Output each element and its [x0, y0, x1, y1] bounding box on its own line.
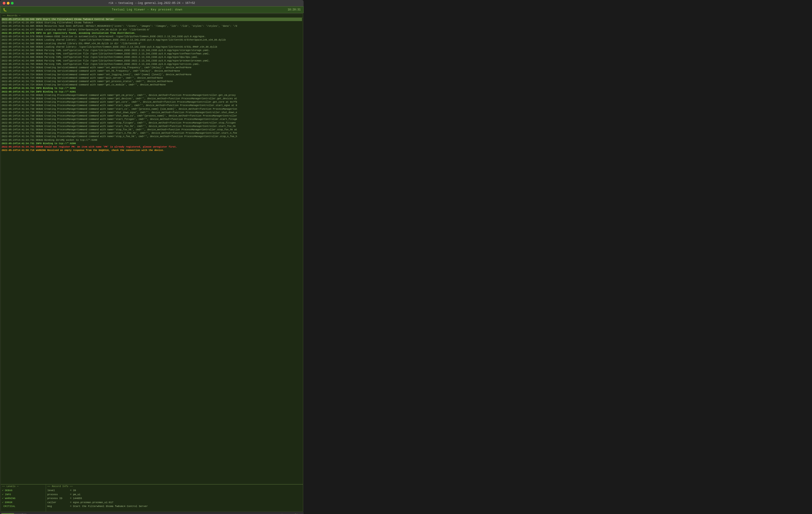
record-info-row: msg= Start the Filterwheel Eksma fw8smc4…	[47, 505, 301, 509]
ri-val: = Start the Filterwheel Eksma fw8smc4 Co…	[70, 505, 148, 509]
log-line[interactable]: 2022-05-24T14:41:34.724 INFO Binding to …	[2, 87, 302, 90]
log-line[interactable]: 2022-05-24T14:41:34.578 DEBUG Common-EGS…	[2, 35, 302, 38]
record-info-row: caller= egse.procman.procman_ui:617	[47, 501, 301, 505]
log-line[interactable]: 2022-05-24T14:41:34.578 INFO no git repo…	[2, 31, 302, 35]
ri-val: = 20	[70, 489, 76, 493]
log-line[interactable]: 2022-05-24T14:41:34.585 DEBUG Locating s…	[2, 42, 302, 45]
title-bar: rik — textualog --log general.log.2022-0…	[0, 0, 303, 6]
level-name: ERROR	[5, 501, 12, 505]
log-line[interactable]: 2022-05-24T14:41:34.608 DEBUG Parsing YA…	[2, 56, 302, 59]
levels-panel: ── Levels ─ ✓DEBUG✓INFO✓WARNING✓ERROR CR…	[1, 485, 46, 512]
ri-val: = 144655	[70, 496, 82, 501]
ri-key: process ID	[47, 496, 70, 501]
level-name: CRITICAL	[3, 505, 16, 509]
log-line[interactable]: 2022-05-24T14:41:34.592 DEBUG Parsing YA…	[2, 49, 302, 52]
log-line[interactable]: 2022-05-24T14:41:34.731 DEBUG Creating P…	[2, 125, 302, 128]
ri-key: caller	[47, 501, 70, 505]
log-line[interactable]: 2022-05-24T14:41:34.730 DEBUG Creating P…	[2, 104, 302, 107]
quit-button[interactable]: Q Quit	[1, 513, 14, 514]
status-left: Q Quit ? Help	[1, 513, 27, 514]
log-line[interactable]: 2022-05-24T14:41:34.730 DEBUG Creating P…	[2, 108, 302, 111]
log-line[interactable]: 2022-05-24T14:41:34.730 DEBUG Creating P…	[2, 101, 302, 104]
level-name: WARNING	[5, 496, 16, 501]
level-check: ✓	[2, 489, 4, 493]
levels-label: ── Levels ─	[2, 485, 45, 488]
level-item[interactable]: ✓WARNING	[2, 496, 45, 501]
level-check: ✓	[2, 501, 4, 505]
log-line[interactable]: 2022-05-24T14:41:34.731 INFO Binding to …	[2, 142, 302, 145]
log-line[interactable]: 2022-05-24T14:41:34.730 DEBUG Creating P…	[2, 118, 302, 121]
log-line[interactable]: 2022-05-24T14:41:34.731 DEBUG Creating P…	[2, 132, 302, 135]
record-info-row: process ID= 144655	[47, 496, 301, 501]
log-line[interactable]: 2022-05-24T14:41:34.724 DEBUG Creating S…	[2, 83, 302, 87]
log-line[interactable]: 2022-05-24T14:41:34.724 DEBUG Creating S…	[2, 76, 302, 80]
log-line[interactable]: 2022-05-24T14:41:34.698 DEBUG Parsing YA…	[2, 59, 302, 62]
record-info-row: process= pm_ui	[47, 493, 301, 497]
bug-icon: 🐛	[3, 8, 7, 12]
log-line[interactable]: 2022-05-24T14:41:34.580 DEBUG Loading sh…	[2, 38, 302, 42]
header-bar: 🐛 Textual Log Viewer - Key pressed: down…	[0, 6, 303, 13]
close-button[interactable]	[3, 2, 5, 4]
ri-val: = pm_ui	[70, 493, 81, 497]
header-title: Textual Log Viewer - Key pressed: down	[112, 8, 183, 11]
level-check: ✓	[2, 493, 4, 497]
log-line[interactable]: 2022-05-24T14:41:34.600 DEBUG Parsing YA…	[2, 52, 302, 56]
ri-key: level	[47, 489, 70, 493]
level-item[interactable]: CRITICAL	[2, 505, 45, 509]
log-line[interactable]: 2022-05-24T14:41:33.985 DEBUG Resources …	[2, 25, 302, 28]
status-bar: Q Quit ? Help at 4318 in 37305 lines	[0, 512, 303, 514]
level-name: DEBUG	[5, 489, 12, 493]
title-bar-buttons	[3, 2, 13, 4]
log-line[interactable]: 2022-05-24T14:41:34.724 INFO Binding to …	[2, 90, 302, 94]
log-line[interactable]: 2022-05-24T14:41:58.718 WARNING Received…	[2, 149, 302, 152]
log-line[interactable]: 2022-05-24T14:41:34.730 DEBUG Creating P…	[2, 114, 302, 118]
log-line[interactable]: 2022-05-24T14:41:34.724 DEBUG Creating S…	[2, 69, 302, 73]
log-line[interactable]: 2022-05-24T14:41:34.724 DEBUG Creating S…	[2, 66, 302, 69]
records-label: ── Records ─	[1, 14, 303, 18]
ri-val: = egse.procman.procman_ui:617	[70, 501, 113, 505]
ri-key: msg	[47, 505, 70, 509]
log-line[interactable]: 2022-05-24T14:41:34.731 DEBUG Creating P…	[2, 135, 302, 138]
maximize-button[interactable]	[11, 2, 13, 4]
log-line[interactable]: 2022-05-24T14:41:34.731 DEBUG Creating P…	[2, 128, 302, 132]
level-check: ✓	[2, 496, 4, 501]
log-line[interactable]: 2022-05-24T14:41:34.724 DEBUG Creating S…	[2, 73, 302, 76]
log-line[interactable]: 2022-05-24T14:41:34.730 DEBUG Creating P…	[2, 111, 302, 114]
log-container[interactable]: 2022-05-24T14:41:26.949 INFO Start the F…	[1, 18, 303, 484]
bottom-panels: ── Levels ─ ✓DEBUG✓INFO✓WARNING✓ERROR CR…	[1, 484, 303, 512]
log-line[interactable]: 2022-05-24T14:41:34.731 DEBUG Creating P…	[2, 121, 302, 125]
level-item[interactable]: ✓ERROR	[2, 501, 45, 505]
log-line[interactable]: 2022-05-24T14:41:34.705 DEBUG Parsing YA…	[2, 62, 302, 66]
minimize-button[interactable]	[7, 2, 9, 4]
level-item[interactable]: ✓DEBUG	[2, 489, 45, 493]
record-info-panel: ── Record Info ── level= 20process= pm_u…	[46, 485, 303, 512]
record-info-row: level= 20	[47, 489, 301, 493]
log-line[interactable]: 2022-05-24T14:41:34.577 DEBUG Locating s…	[2, 28, 302, 31]
log-line[interactable]: 2022-05-24T14:41:34.729 DEBUG Creating P…	[2, 94, 302, 97]
log-line[interactable]: 2022-05-24T14:41:34.731 DEBUG Binding Ze…	[2, 139, 302, 142]
records-section: ── Records ─ 2022-05-24T14:41:26.949 INF…	[1, 14, 303, 484]
level-name: INFO	[5, 493, 11, 497]
main-container: ── Records ─ 2022-05-24T14:41:26.949 INF…	[0, 13, 303, 512]
header-time: 18:20:31	[288, 8, 301, 11]
level-item[interactable]: ✓INFO	[2, 493, 45, 497]
log-line[interactable]: 2022-05-24T14:41:26.954 DEBUG Starting F…	[2, 21, 302, 25]
log-line[interactable]: 2022-05-24T14:41:34.724 DEBUG Creating S…	[2, 80, 302, 83]
ri-key: process	[47, 493, 70, 497]
log-line[interactable]: 2022-05-24T14:41:26.949 INFO Start the F…	[2, 18, 302, 21]
log-line[interactable]: 2022-05-24T14:41:34.730 DEBUG Creating P…	[2, 97, 302, 101]
window-title: rik — textualog --log general.log.2022-0…	[109, 2, 195, 5]
record-info-label: ── Record Info ──	[47, 485, 301, 488]
help-button[interactable]: ? Help	[14, 513, 27, 514]
log-line[interactable]: 2022-05-24T14:41:34.586 DEBUG Loading sh…	[2, 45, 302, 49]
log-line[interactable]: 2022-05-24T14:41:34.763 ERROR Could not …	[2, 145, 302, 149]
